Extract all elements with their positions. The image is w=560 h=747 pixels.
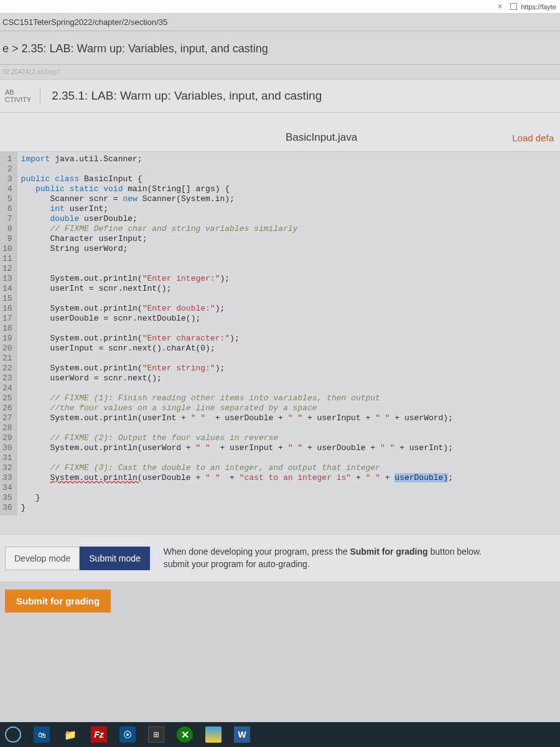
code-editor[interactable]: 1234567891011121314151617181920212223242…: [0, 152, 560, 535]
calculator-icon[interactable]: ⊞: [148, 726, 164, 743]
submit-for-grading-button[interactable]: Submit for grading: [5, 590, 111, 613]
mode-help-text: When done developing your program, press…: [164, 546, 555, 570]
url-fragment: https://fayte: [521, 3, 556, 11]
outlook-icon[interactable]: ⦿: [119, 726, 136, 743]
activity-title: 2.35.1: LAB: Warm up: Variables, input, …: [52, 89, 322, 103]
url-checkbox[interactable]: [510, 3, 517, 10]
cortana-icon[interactable]: [5, 726, 21, 743]
windows-taskbar[interactable]: 🛍 📁 Fz ⦿ ⊞ ✕ W: [0, 722, 560, 747]
mode-bar: Develop mode Submit mode When done devel…: [0, 535, 560, 582]
watermark-id: 32.2042412.qx3zqy7: [0, 65, 560, 80]
submit-mode-button[interactable]: Submit mode: [80, 547, 149, 570]
breadcrumb[interactable]: CSC151TeterSpring2022/chapter/2/section/…: [0, 14, 560, 31]
line-gutter: 1234567891011121314151617181920212223242…: [0, 152, 17, 515]
file-name: BasicInput.java: [6, 131, 512, 144]
word-icon[interactable]: W: [234, 726, 250, 743]
nav-path[interactable]: e > 2.35: LAB: Warm up: Variables, input…: [0, 31, 560, 65]
filezilla-icon[interactable]: Fz: [91, 726, 107, 743]
activity-header: AB CTIVITY 2.35.1: LAB: Warm up: Variabl…: [0, 80, 560, 113]
xbox-icon[interactable]: ✕: [177, 726, 193, 743]
close-icon[interactable]: ✕: [497, 2, 503, 11]
develop-mode-button[interactable]: Develop mode: [5, 547, 80, 570]
store-icon[interactable]: 🛍: [34, 726, 50, 743]
load-default-button[interactable]: Load defa: [512, 133, 554, 143]
file-header: BasicInput.java Load defa: [0, 113, 560, 152]
file-explorer-icon[interactable]: 📁: [62, 726, 78, 743]
photos-icon[interactable]: [205, 726, 222, 743]
window-topbar: ✕ https://fayte: [0, 0, 560, 14]
code-content[interactable]: import java.util.Scanner; public class B…: [17, 152, 560, 515]
activity-type-label: AB CTIVITY: [5, 88, 40, 103]
